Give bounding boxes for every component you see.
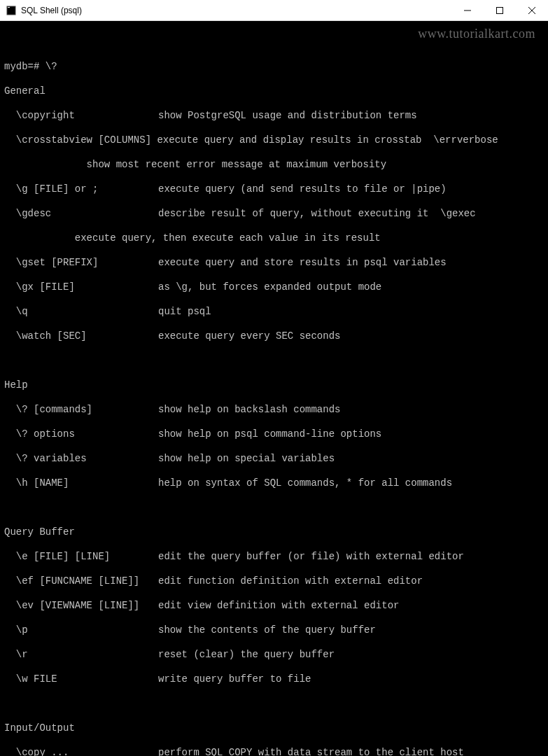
help-item: \g [FILE] or ;execute query (and send re… [4,183,544,196]
section-heading-help: Help [4,379,544,392]
close-button[interactable] [516,0,548,20]
minimize-button[interactable] [451,0,484,20]
section-heading-inputoutput: Input/Output [4,722,544,735]
help-item: \gset [PREFIX]execute query and store re… [4,257,544,270]
window-controls [451,0,548,20]
prompt-line: mydb=# \? [4,61,544,74]
help-item: \copy ...perform SQL COPY with data stre… [4,747,544,757]
terminal-output[interactable]: mydb=# \? General \copyrightshow Postgre… [0,21,548,756]
help-item: \? optionsshow help on psql command-line… [4,428,544,441]
blank-line [4,698,544,710]
window-titlebar: SQL Shell (psql) [0,0,548,21]
help-item: \pshow the contents of the query buffer [4,624,544,637]
svg-rect-3 [497,7,503,13]
help-item: \w FILEwrite query buffer to file [4,673,544,686]
help-item: \qquit psql [4,306,544,318]
help-item: \e [FILE] [LINE]edit the query buffer (o… [4,551,544,564]
help-item: \watch [SEC]execute query every SEC seco… [4,330,544,343]
section-heading-general: General [4,85,544,98]
help-item: \ef [FUNCNAME [LINE]]edit function defin… [4,575,544,588]
blank-line [4,36,544,49]
help-item: \? variablesshow help on special variabl… [4,453,544,465]
window-title: SQL Shell (psql) [21,6,451,15]
blank-line [4,355,544,368]
help-item: \rreset (clear) the query buffer [4,649,544,662]
help-item: \gx [FILE]as \g, but forces expanded out… [4,281,544,294]
help-item-cont: execute query, then execute each value i… [4,232,544,245]
help-item: \h [NAME]help on syntax of SQL commands,… [4,477,544,490]
help-item: \crosstabview [COLUMNS] execute query an… [4,134,544,147]
help-item: \copyrightshow PostgreSQL usage and dist… [4,110,544,122]
help-item-cont: show most recent error message at maximu… [4,159,544,172]
help-item: \ev [VIEWNAME [LINE]]edit view definitio… [4,600,544,612]
app-icon [6,5,17,16]
section-heading-querybuffer: Query Buffer [4,526,544,539]
help-item: \gdescdescribe result of query, without … [4,208,544,220]
blank-line [4,502,544,514]
maximize-button[interactable] [484,0,516,20]
help-item: \? [commands]show help on backslash comm… [4,404,544,416]
svg-rect-1 [8,7,10,8]
